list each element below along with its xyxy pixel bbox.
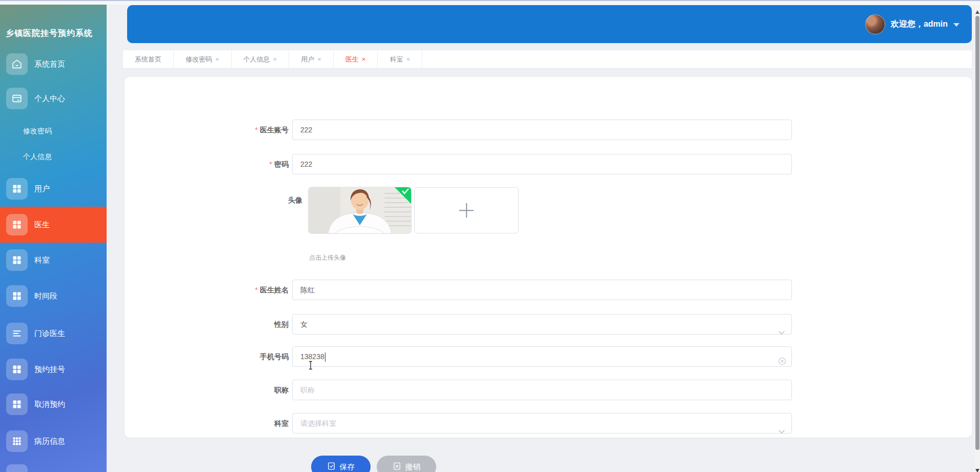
scroll-up-arrow[interactable]	[975, 10, 979, 14]
sidebar-item-users[interactable]: 用户	[0, 178, 107, 200]
header-bar: 欢迎您，admin	[127, 5, 972, 43]
close-icon[interactable]: ×	[362, 55, 366, 63]
app-title: 乡镇医院挂号预约系统	[6, 28, 103, 39]
close-icon[interactable]: ×	[273, 55, 277, 63]
tab-home[interactable]: 系统首页	[123, 50, 174, 68]
sidebar-item-partial	[6, 464, 28, 472]
grid-icon	[6, 249, 28, 271]
close-icon[interactable]: ×	[317, 55, 321, 63]
tab-bar: 系统首页 修改密码 × 个人信息 × 用户 × 医生 × 科室 ×	[123, 50, 972, 68]
doctor-account-input[interactable]: 222	[292, 120, 792, 140]
field-label-account: *医生账号	[154, 120, 289, 140]
close-icon[interactable]: ×	[215, 55, 219, 63]
field-label-jobtitle: 职称	[154, 380, 289, 400]
upload-plus-button[interactable]	[414, 187, 519, 233]
password-input[interactable]: 222	[292, 154, 792, 174]
cancel-icon	[393, 462, 401, 472]
sidebar-item-departments[interactable]: 科室	[0, 249, 107, 271]
grid9-icon	[6, 430, 28, 452]
grid-icon	[6, 359, 28, 380]
sidebar: 乡镇医院挂号预约系统 系统首页 个人中心 修改密码 个人信息	[0, 5, 107, 472]
chevron-down-icon	[953, 23, 959, 27]
save-button[interactable]: 保存	[311, 456, 371, 472]
tab-change-password[interactable]: 修改密码 ×	[174, 50, 232, 68]
grid-icon	[6, 214, 28, 235]
tab-departments[interactable]: 科室 ×	[378, 50, 422, 68]
panel-icon	[6, 88, 28, 109]
tab-doctors[interactable]: 医生 ×	[334, 50, 378, 68]
user-menu[interactable]: 欢迎您，admin	[865, 5, 959, 43]
scrollbar[interactable]	[975, 5, 980, 472]
upload-tip: 点击上传头像	[309, 253, 346, 262]
job-title-input[interactable]: 职称	[292, 380, 792, 400]
field-label-gender: 性别	[154, 314, 289, 335]
department-select[interactable]: 请选择科室	[292, 413, 792, 434]
field-label-dept: 科室	[154, 413, 289, 434]
field-label-name: *医生姓名	[154, 280, 289, 300]
doctor-photo[interactable]	[309, 187, 411, 233]
sidebar-item-personal-info[interactable]: 个人信息	[0, 149, 107, 164]
grid-icon	[6, 285, 28, 307]
list-icon	[6, 323, 28, 344]
gender-select[interactable]: 女	[292, 314, 792, 335]
sidebar-item-cancel-appointments[interactable]: 取消预约	[0, 394, 107, 415]
sidebar-item-personal-center[interactable]: 个人中心	[0, 88, 107, 109]
doctor-name-input[interactable]: 陈红	[292, 280, 792, 300]
sidebar-item-outpatient-doctors[interactable]: 门诊医生	[0, 323, 107, 344]
chevron-down-icon	[778, 422, 785, 441]
field-label-password: *密码	[154, 154, 289, 174]
grid-icon	[6, 178, 28, 200]
avatar	[865, 14, 885, 34]
welcome-text: 欢迎您，admin	[891, 19, 948, 30]
sidebar-item-time-slots[interactable]: 时间段	[0, 285, 107, 307]
tab-personal-info[interactable]: 个人信息 ×	[232, 50, 290, 68]
tab-users[interactable]: 用户 ×	[289, 50, 334, 68]
text-caret	[325, 352, 326, 362]
scrollbar-thumb[interactable]	[975, 16, 979, 450]
sidebar-item-appointments[interactable]: 预约挂号	[0, 359, 107, 380]
sidebar-item-medical-records[interactable]: 病历信息	[0, 430, 107, 452]
cancel-button[interactable]: 撤销	[377, 456, 436, 472]
field-label-avatar: 头像	[154, 190, 302, 210]
sidebar-item-home[interactable]: 系统首页	[0, 53, 107, 75]
save-icon	[327, 462, 336, 472]
close-icon[interactable]: ×	[406, 55, 410, 63]
sidebar-item-change-password[interactable]: 修改密码	[0, 123, 107, 139]
home-icon	[6, 53, 28, 75]
page: 乡镇医院挂号预约系统 系统首页 个人中心 修改密码 个人信息	[0, 0, 980, 472]
ibeam-cursor	[308, 361, 314, 372]
phone-input[interactable]: 138238	[292, 346, 792, 367]
scroll-down-arrow[interactable]	[975, 469, 979, 472]
chevron-down-icon	[778, 323, 785, 342]
clear-icon[interactable]	[778, 353, 786, 372]
field-label-phone: 手机号码	[154, 346, 289, 367]
sidebar-item-doctors[interactable]: 医生	[0, 207, 107, 243]
top-strip	[0, 0, 980, 5]
grid-icon	[6, 394, 28, 415]
